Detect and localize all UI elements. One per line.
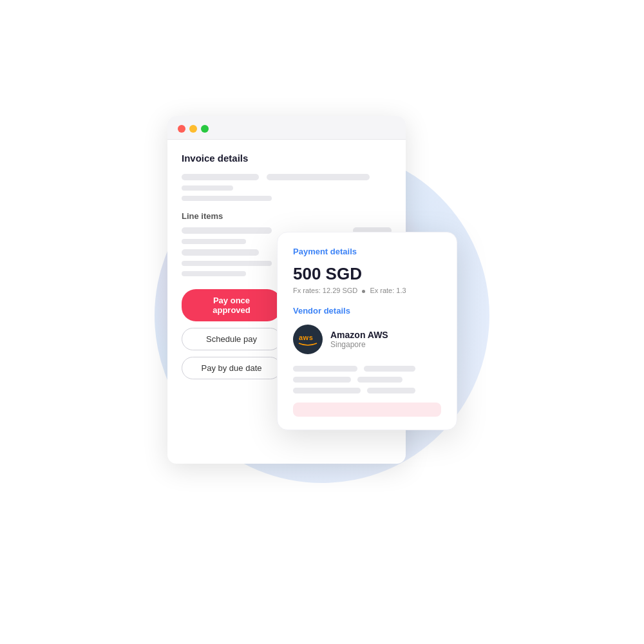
sk-1 — [182, 174, 259, 180]
dot-green — [201, 125, 209, 133]
vendor-info: Amazon AWS Singapore — [330, 330, 388, 349]
vendor-details-title: Vendor details — [293, 306, 441, 316]
card-sk-row-1 — [293, 366, 441, 372]
fx-separator — [362, 290, 365, 293]
aws-logo-svg: aws — [296, 330, 319, 348]
sk-8 — [182, 249, 259, 256]
pay-by-due-date-button[interactable]: Pay by due date — [182, 357, 281, 379]
sk-2 — [267, 174, 370, 180]
vendor-location: Singapore — [330, 340, 388, 349]
csk-4 — [357, 377, 402, 383]
vendor-name: Amazon AWS — [330, 330, 388, 340]
vendor-row: aws Amazon AWS Singapore — [293, 325, 441, 354]
sk-5 — [182, 227, 272, 234]
window-titlebar — [167, 116, 406, 140]
payment-fx-rates: Fx rates: 12.29 SGD Ex rate: 1.3 — [293, 287, 441, 294]
card-footer-bar — [293, 402, 441, 417]
sk-7 — [182, 239, 246, 244]
csk-1 — [293, 366, 357, 372]
sk-3 — [182, 185, 233, 191]
skeleton-row-2 — [182, 185, 392, 191]
aws-arrow — [299, 343, 317, 345]
dot-yellow — [189, 125, 197, 133]
payment-details-title: Payment details — [293, 247, 441, 256]
payment-details-card: Payment details 500 SGD Fx rates: 12.29 … — [277, 232, 457, 430]
csk-5 — [293, 388, 361, 393]
sk-4 — [182, 196, 272, 201]
sk-11 — [182, 271, 246, 276]
csk-3 — [293, 377, 351, 383]
csk-6 — [367, 388, 415, 393]
payment-amount: 500 SGD — [293, 264, 441, 284]
skeleton-row-3 — [182, 196, 392, 201]
aws-logo: aws — [293, 325, 323, 354]
csk-2 — [364, 366, 415, 372]
card-skeleton-rows — [293, 366, 441, 393]
fx-label: Fx rates: 12.29 SGD — [293, 287, 357, 294]
dot-red — [178, 125, 185, 133]
section-line-items: Line items — [182, 211, 392, 221]
scene: Invoice details Line items — [142, 97, 502, 547]
aws-text: aws — [299, 334, 313, 341]
ex-rate: Ex rate: 1.3 — [370, 287, 406, 294]
pay-once-approved-button[interactable]: Pay once approved — [182, 289, 281, 321]
sk-9 — [182, 261, 272, 266]
card-sk-row-2 — [293, 377, 441, 383]
skeleton-row-1 — [182, 174, 392, 180]
schedule-pay-button[interactable]: Schedule pay — [182, 328, 281, 350]
card-sk-row-3 — [293, 388, 441, 393]
invoice-title: Invoice details — [182, 153, 392, 164]
